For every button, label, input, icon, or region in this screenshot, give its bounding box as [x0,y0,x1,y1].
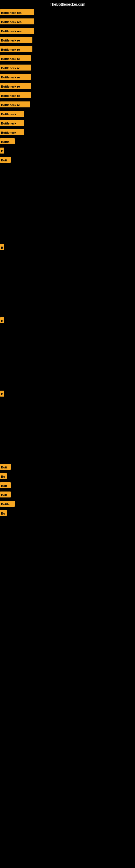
bottleneck-badge-1: Bottleneck res [0,9,34,15]
bottleneck-badge-11: Bottleneck re [0,101,30,107]
bottleneck-badge-17: Bott [0,157,11,163]
bottleneck-badge-12: Bottleneck [0,111,24,117]
site-title: TheBottlenecker.com [50,2,85,6]
bottleneck-badge-20: B [0,391,4,397]
bottleneck-badge-24: Bott [0,492,11,497]
bottleneck-badge-25: Bottle [0,501,15,507]
bottleneck-badge-6: Bottleneck re [0,55,31,61]
bottleneck-badge-22: Bo [0,473,7,479]
bottleneck-badge-8: Bottleneck re [0,74,31,80]
bottleneck-badge-4: Bottleneck re [0,37,32,43]
bottleneck-badge-15: Bottle [0,138,15,144]
bottleneck-badge-13: Bottleneck [0,120,24,126]
bottleneck-badge-3: Bottleneck res [0,28,34,34]
bottleneck-badge-16: B [0,148,4,154]
bottleneck-badge-2: Bottleneck res [0,19,34,24]
bottleneck-badge-5: Bottleneck re [0,46,32,52]
bottleneck-badge-18: B [0,244,4,250]
bottleneck-badge-23: Bott [0,482,11,488]
bottleneck-badge-7: Bottleneck re [0,65,31,70]
bottleneck-badge-14: Bottleneck [0,129,24,135]
bottleneck-badge-26: Bo [0,510,7,516]
bottleneck-badge-21: Bott [0,464,11,470]
bottleneck-badge-19: B [0,317,4,323]
bottleneck-badge-9: Bottleneck re [0,83,31,89]
bottleneck-badge-10: Bottleneck re [0,92,31,98]
